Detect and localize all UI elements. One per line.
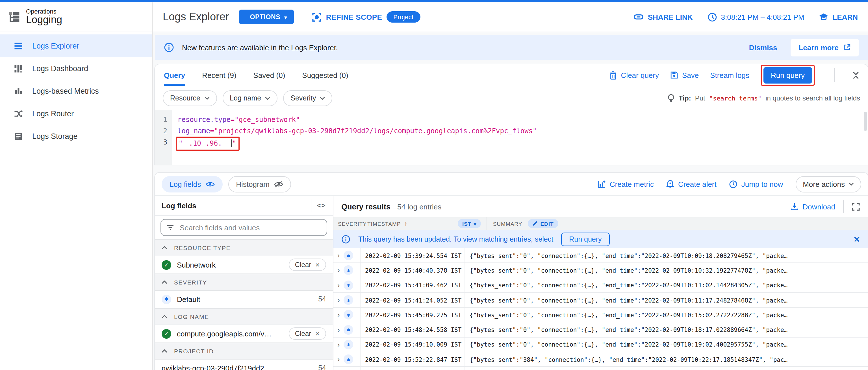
top-accent-bar — [0, 0, 868, 2]
log-entry-row[interactable]: 2022-02-09 15:41:24.052 IST {"bytes_sent… — [333, 293, 868, 308]
log-timestamp: 2022-02-09 15:41:09.462 IST — [361, 278, 465, 292]
expand-chevron-icon[interactable] — [337, 355, 340, 364]
stream-logs-button[interactable]: Stream logs — [710, 71, 749, 79]
log-fields-toggle[interactable]: Log fields — [162, 176, 222, 192]
refine-scope-button[interactable]: REFINE SCOPE Project — [312, 11, 421, 23]
time-range-picker[interactable]: 3:08:21 PM – 4:08:21 PM — [708, 12, 804, 22]
tab-recent[interactable]: Recent (9) — [202, 64, 236, 86]
section-log-name[interactable]: LOG NAME — [155, 308, 333, 325]
expand-chevron-icon[interactable] — [337, 340, 340, 349]
run-query-button[interactable]: Run query — [764, 67, 812, 83]
clear-filter-button[interactable]: Clear — [289, 327, 326, 340]
clear-filter-button[interactable]: Clear — [289, 259, 326, 271]
ip-filter-annotation: ".10.96." — [176, 137, 240, 151]
tab-saved[interactable]: Saved (0) — [253, 64, 285, 86]
log-entry-row[interactable]: 2022-02-09 15:52:22.847 IST {"bytes_sent… — [333, 352, 868, 367]
default-severity-icon — [344, 266, 353, 275]
save-query-button[interactable]: Save — [670, 71, 699, 79]
sort-ascending-icon[interactable] — [404, 220, 407, 227]
section-resource-type[interactable]: RESOURCE TYPE — [155, 239, 333, 256]
edit-summary-button[interactable]: EDIT — [528, 219, 558, 228]
divider — [834, 68, 835, 82]
section-project-id[interactable]: PROJECT ID — [155, 343, 333, 360]
sidebar-item-logs-storage[interactable]: Logs Storage — [0, 125, 152, 147]
expand-chevron-icon[interactable] — [337, 251, 340, 260]
run-query-annotation: Run query — [761, 65, 815, 86]
severity-dropdown[interactable]: Severity — [283, 90, 332, 106]
search-fields-input[interactable] — [179, 223, 321, 232]
collapse-expand-icon[interactable] — [853, 71, 859, 79]
log-fields-searchbox[interactable] — [160, 219, 327, 236]
editor-code[interactable]: resource.type="gce_subnetwork" log_name=… — [172, 110, 868, 165]
dismiss-button[interactable]: Dismiss — [749, 43, 777, 52]
jump-to-now-button[interactable]: Jump to now — [729, 180, 783, 188]
results-toolbar: Log fields Histogram — [155, 173, 868, 196]
chevron-down-icon — [849, 182, 854, 186]
sidebar-item-logs-router[interactable]: Logs Router — [0, 102, 152, 125]
divider — [487, 217, 487, 230]
router-icon — [13, 109, 23, 118]
log-entry-row[interactable]: 2022-02-09 15:45:09.275 IST {"bytes_sent… — [333, 308, 868, 323]
histogram-toggle[interactable]: Histogram — [228, 176, 291, 192]
learn-button[interactable]: LEARN — [819, 12, 858, 22]
sidebar-item-logs-explorer[interactable]: Logs Explorer — [0, 34, 152, 57]
log-timestamp: 2022-02-09 15:52:22.847 IST — [361, 367, 465, 370]
fullscreen-icon[interactable] — [851, 202, 860, 211]
log-fields-title: Log fields — [162, 201, 196, 210]
field-item-project[interactable]: qwiklabs-gcp-03-290d7f219dd2 54 — [155, 360, 333, 370]
log-entry-row[interactable]: 2022-02-09 15:41:09.462 IST {"bytes_sent… — [333, 278, 868, 293]
redaction-blob — [183, 140, 189, 147]
sidebar-item-logs-dashboard[interactable]: Logs Dashboard — [0, 57, 152, 79]
clock-icon — [708, 12, 717, 22]
logs-explorer-icon — [13, 41, 23, 51]
field-count: 54 — [318, 295, 326, 303]
notice-run-query-button[interactable]: Run query — [561, 232, 610, 246]
expand-chevron-icon[interactable] — [337, 311, 340, 319]
field-item-subnetwork[interactable]: Subnetwork Clear — [155, 256, 333, 274]
log-entry-row[interactable]: 2022-02-09 15:49:10.009 IST {"bytes_sent… — [333, 338, 868, 352]
log-entry-row[interactable]: 2022-02-09 15:48:24.558 IST {"bytes_sent… — [333, 323, 868, 338]
log-entry-row[interactable]: 2022-02-09 15:39:24.554 IST {"bytes_sent… — [333, 248, 868, 263]
scope-project-badge[interactable]: Project — [386, 11, 420, 23]
options-button[interactable]: OPTIONS — [239, 10, 293, 24]
download-icon — [790, 203, 799, 210]
create-metric-button[interactable]: Create metric — [597, 180, 654, 188]
expand-chevron-icon[interactable] — [337, 296, 340, 304]
field-item-vpc-flows[interactable]: compute.googleapis.com/vpc_fl… Clear — [155, 325, 333, 343]
code-view-icon[interactable] — [317, 202, 326, 209]
expand-chevron-icon[interactable] — [337, 326, 340, 334]
share-link-button[interactable]: SHARE LINK — [634, 12, 693, 22]
query-editor[interactable]: 1 2 3 resource.type="gce_subnetwork" log… — [155, 110, 868, 165]
log-name-dropdown[interactable]: Log name — [222, 90, 277, 106]
metrics-icon — [13, 86, 23, 96]
tab-query[interactable]: Query — [164, 64, 185, 86]
timezone-selector[interactable]: IST — [458, 219, 481, 228]
tab-suggested[interactable]: Suggested (0) — [302, 64, 348, 86]
clear-query-button[interactable]: Clear query — [609, 71, 659, 79]
more-actions-dropdown[interactable]: More actions — [795, 176, 861, 192]
learn-more-button[interactable]: Learn more — [790, 39, 859, 56]
create-alert-button[interactable]: Create alert — [666, 179, 717, 189]
log-entry-row[interactable]: 2022-02-09 15:52:22.847 IST {"bytes_sent… — [333, 367, 868, 370]
logs-explorer-page: Operations Logging Logs Explorer OPTIONS… — [0, 0, 868, 370]
metric-plus-icon — [597, 180, 606, 188]
logging-logo-icon — [8, 11, 20, 23]
section-severity[interactable]: SEVERITY — [155, 274, 333, 291]
close-icon[interactable]: ✕ — [854, 235, 860, 243]
query-results-title: Query results — [341, 202, 391, 211]
expand-chevron-icon[interactable] — [337, 281, 340, 289]
notice-message: This query has been updated. To view mat… — [358, 235, 553, 243]
log-entry-row[interactable]: 2022-02-09 15:40:40.378 IST {"bytes_sent… — [333, 263, 868, 278]
field-item-default[interactable]: Default 54 — [155, 291, 333, 308]
download-button[interactable]: Download — [790, 202, 835, 211]
default-severity-icon — [344, 340, 353, 349]
results-card: Log fields Histogram — [155, 173, 868, 370]
expand-chevron-icon[interactable] — [337, 266, 340, 275]
column-timestamp[interactable]: TIMESTAMP — [367, 221, 401, 227]
check-circle-icon — [162, 329, 171, 338]
eye-icon — [206, 181, 214, 187]
sidebar-item-logs-based-metrics[interactable]: Logs-based Metrics — [0, 79, 152, 102]
column-severity[interactable]: SEVERITY — [338, 221, 367, 227]
resource-dropdown[interactable]: Resource — [163, 90, 217, 106]
editor-scrollbar[interactable] — [864, 112, 867, 131]
